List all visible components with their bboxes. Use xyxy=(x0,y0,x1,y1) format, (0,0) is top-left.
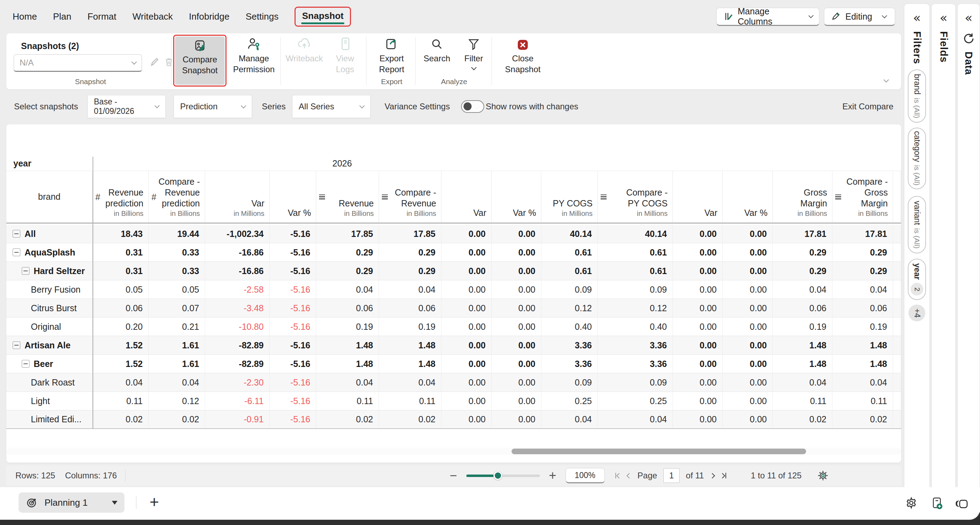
value-cell[interactable]: -16.86 xyxy=(205,262,270,280)
value-cell[interactable]: 0.00 xyxy=(723,336,773,354)
value-cell[interactable]: 0.00 xyxy=(673,373,723,392)
value-cell[interactable]: 0.04 xyxy=(832,281,893,298)
value-cell[interactable]: 0.00 xyxy=(492,317,541,336)
value-cell[interactable]: 0.06 xyxy=(832,299,893,317)
menu-item-home[interactable]: Home xyxy=(13,11,37,22)
value-cell[interactable]: -5.16 xyxy=(270,336,316,354)
value-cell[interactable]: 0.00 xyxy=(441,336,492,354)
value-cell[interactable]: 0.00 xyxy=(441,411,492,428)
value-cell[interactable]: 0.11 xyxy=(316,392,379,410)
value-cell[interactable]: 18.43 xyxy=(92,225,149,243)
value-cell[interactable]: 0.00 xyxy=(673,262,723,280)
value-cell[interactable]: 0.00 xyxy=(492,281,541,298)
column-menu-icon[interactable] xyxy=(382,195,388,200)
value-cell[interactable]: 0.29 xyxy=(832,243,893,262)
value-cell[interactable]: 0.00 xyxy=(492,411,541,428)
value-cell[interactable]: 0.02 xyxy=(92,411,149,428)
value-cell[interactable]: 17.85 xyxy=(316,225,379,243)
value-cell[interactable]: -82.89 xyxy=(205,355,270,373)
value-cell[interactable]: 0.00 xyxy=(723,355,773,373)
value-cell[interactable]: 0.00 xyxy=(492,336,541,354)
row-label-cell[interactable]: Berry Fusion xyxy=(6,281,92,298)
value-cell[interactable]: 1.48 xyxy=(316,355,379,373)
value-cell[interactable]: -82.89 xyxy=(205,336,270,354)
value-cell[interactable]: 0.00 xyxy=(492,299,541,317)
value-cell[interactable]: 0.00 xyxy=(441,243,492,262)
row-label-cell[interactable]: Artisan Ale xyxy=(6,336,92,354)
value-cell[interactable]: 0.00 xyxy=(673,299,723,317)
column-menu-icon[interactable] xyxy=(319,195,325,200)
column-header[interactable]: Var xyxy=(673,171,723,222)
value-cell[interactable]: 0.02 xyxy=(832,411,893,428)
value-cell[interactable]: -5.16 xyxy=(270,299,316,317)
value-cell[interactable]: 1.48 xyxy=(773,336,832,354)
row-label-cell[interactable]: Limited Edi... xyxy=(6,411,92,428)
value-cell[interactable]: 0.04 xyxy=(379,373,441,392)
value-cell[interactable]: 0.20 xyxy=(92,317,149,336)
value-cell[interactable]: 0.04 xyxy=(379,281,441,298)
value-cell[interactable]: 0.00 xyxy=(723,299,773,317)
value-cell[interactable]: 0.61 xyxy=(598,243,673,262)
last-page-button[interactable] xyxy=(721,473,727,478)
value-cell[interactable]: 0.07 xyxy=(149,299,205,317)
previous-page-button[interactable] xyxy=(627,473,632,478)
value-cell[interactable]: 0.04 xyxy=(832,373,893,392)
value-cell[interactable]: 0.00 xyxy=(492,243,541,262)
value-cell[interactable]: 0.00 xyxy=(723,317,773,336)
value-cell[interactable]: 1.48 xyxy=(379,355,441,373)
menu-item-writeback[interactable]: Writeback xyxy=(132,11,173,22)
column-header[interactable]: Var xyxy=(441,171,492,222)
value-cell[interactable]: 0.00 xyxy=(723,373,773,392)
value-cell[interactable]: 0.02 xyxy=(149,411,205,428)
value-cell[interactable]: 0.00 xyxy=(441,373,492,392)
value-cell[interactable]: 0.29 xyxy=(379,243,441,262)
row-label-cell[interactable]: Dark Roast xyxy=(6,373,92,392)
value-cell[interactable]: 3.36 xyxy=(598,336,673,354)
value-cell[interactable]: -2.30 xyxy=(205,373,270,392)
value-cell[interactable]: -1,002.34 xyxy=(205,225,270,243)
value-cell[interactable]: 0.00 xyxy=(673,355,723,373)
value-cell[interactable]: 0.00 xyxy=(673,411,723,428)
collapse-row-icon[interactable] xyxy=(13,249,20,256)
value-cell[interactable]: 0.00 xyxy=(441,299,492,317)
exit-compare-link[interactable]: Exit Compare xyxy=(843,102,893,111)
filter-pill-brand[interactable]: brandis (All) xyxy=(908,70,926,123)
value-cell[interactable]: 17.85 xyxy=(379,225,441,243)
value-cell[interactable]: -0.91 xyxy=(205,411,270,428)
value-cell[interactable]: 0.00 xyxy=(723,262,773,280)
value-cell[interactable]: 0.00 xyxy=(673,317,723,336)
value-cell[interactable]: 1.48 xyxy=(773,355,832,373)
value-cell[interactable]: -5.16 xyxy=(270,411,316,428)
value-cell[interactable]: 3.36 xyxy=(541,355,598,373)
value-cell[interactable]: 1.61 xyxy=(149,355,205,373)
menu-item-plan[interactable]: Plan xyxy=(53,11,71,22)
value-cell[interactable]: 0.05 xyxy=(92,281,149,298)
value-cell[interactable]: -16.86 xyxy=(205,243,270,262)
column-header[interactable]: Compare -Revenuepredictionin Billions# xyxy=(149,171,205,222)
page-number-input[interactable] xyxy=(663,468,679,483)
column-header[interactable]: GrossMarginin Billions xyxy=(773,171,832,222)
value-cell[interactable]: 0.06 xyxy=(773,299,832,317)
value-cell[interactable]: 1.52 xyxy=(92,355,149,373)
value-cell[interactable]: -5.16 xyxy=(270,392,316,410)
value-cell[interactable]: 0.04 xyxy=(541,411,598,428)
value-cell[interactable]: -3.48 xyxy=(205,299,270,317)
value-cell[interactable]: 0.11 xyxy=(832,392,893,410)
value-cell[interactable]: 0.25 xyxy=(541,392,598,410)
zoom-slider-knob[interactable] xyxy=(494,471,502,480)
menu-item-infobridge[interactable]: Infobridge xyxy=(189,11,230,22)
value-cell[interactable]: 0.00 xyxy=(723,243,773,262)
value-cell[interactable]: 0.40 xyxy=(598,317,673,336)
column-menu-icon[interactable] xyxy=(601,195,606,200)
row-label-cell[interactable]: Original xyxy=(6,317,92,336)
value-cell[interactable]: 3.36 xyxy=(598,355,673,373)
value-cell[interactable]: 0.25 xyxy=(598,392,673,410)
value-cell[interactable]: 0.04 xyxy=(149,373,205,392)
value-cell[interactable]: -5.16 xyxy=(270,373,316,392)
value-cell[interactable]: 0.02 xyxy=(773,411,832,428)
row-label-cell[interactable]: AquaSplash xyxy=(6,243,92,262)
row-label-cell[interactable]: Hard Seltzer xyxy=(6,262,92,280)
value-cell[interactable]: 0.00 xyxy=(673,336,723,354)
filter-pill-variant[interactable]: variantis (All) xyxy=(908,196,926,254)
row-label-cell[interactable]: Light xyxy=(6,392,92,410)
